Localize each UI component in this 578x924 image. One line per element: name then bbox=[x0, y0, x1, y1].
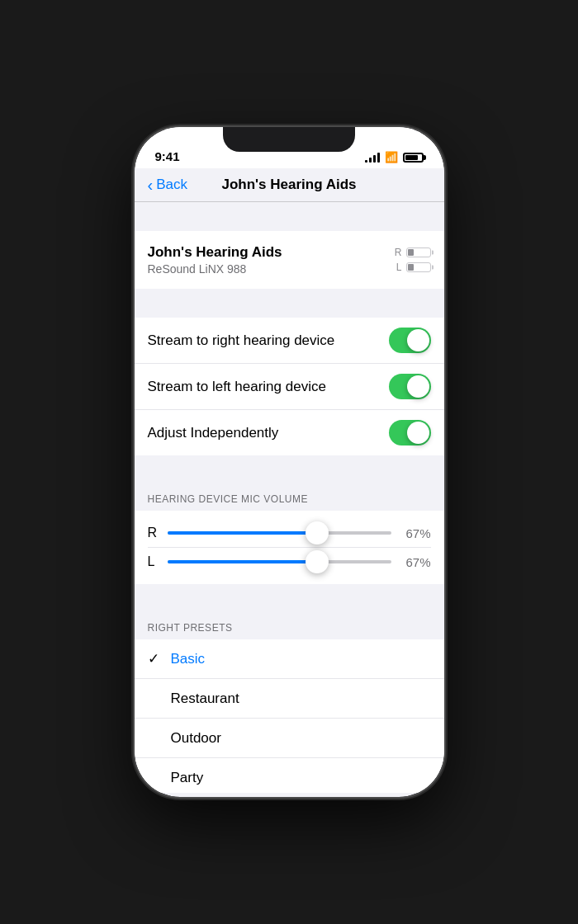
battery-row-r: R bbox=[395, 247, 431, 258]
slider-r-track[interactable] bbox=[168, 531, 391, 535]
slider-r-value: 67% bbox=[401, 526, 431, 540]
presets-section-title: RIGHT PRESETS bbox=[148, 622, 233, 634]
presets-list: ✓ Basic ✓ Restaurant ✓ Outdoor ✓ Party bbox=[135, 639, 444, 793]
signal-icon bbox=[365, 153, 380, 163]
toggle-row-1: Stream to left hearing device bbox=[135, 364, 444, 410]
toggle-switch-1[interactable] bbox=[389, 374, 431, 399]
notch bbox=[223, 127, 355, 152]
gap-top bbox=[135, 202, 444, 231]
toggle-switch-0[interactable] bbox=[389, 328, 431, 353]
device-name: John's Hearing Aids bbox=[148, 244, 282, 261]
slider-l-label: L bbox=[148, 554, 158, 569]
preset-name-2: Outdoor bbox=[171, 730, 221, 747]
preset-item-1[interactable]: ✓ Restaurant bbox=[135, 679, 444, 719]
gap-before-presets bbox=[135, 584, 444, 613]
toggle-row-2: Adjust Independently bbox=[135, 410, 444, 455]
back-chevron-icon: ‹ bbox=[148, 177, 154, 193]
toggle-label-2: Adjust Independently bbox=[148, 425, 279, 441]
preset-name-1: Restaurant bbox=[171, 691, 239, 707]
back-button[interactable]: ‹ Back bbox=[148, 177, 187, 193]
slider-r-fill bbox=[168, 531, 318, 535]
slider-l-thumb[interactable] bbox=[306, 550, 329, 573]
slider-row-l: L 67% bbox=[148, 547, 431, 576]
slider-l-track[interactable] bbox=[168, 560, 391, 563]
content-area: John's Hearing Aids ReSound LiNX 988 R L bbox=[135, 202, 444, 793]
battery-bar-l bbox=[406, 262, 431, 272]
device-info: John's Hearing Aids ReSound LiNX 988 bbox=[148, 244, 282, 276]
battery-r-label: R bbox=[395, 247, 402, 258]
toggle-label-1: Stream to left hearing device bbox=[148, 379, 326, 395]
toggle-knob-2 bbox=[407, 422, 429, 444]
nav-title: John's Hearing Aids bbox=[221, 177, 356, 193]
toggle-switch-2[interactable] bbox=[389, 420, 431, 446]
battery-indicators: R L bbox=[395, 247, 431, 273]
device-model: ReSound LiNX 988 bbox=[148, 262, 282, 276]
slider-row-r: R 67% bbox=[148, 519, 431, 547]
preset-name-3: Party bbox=[171, 770, 204, 786]
slider-l-value: 67% bbox=[401, 555, 431, 569]
preset-item-0[interactable]: ✓ Basic bbox=[135, 639, 444, 679]
battery-row-l: L bbox=[396, 262, 431, 273]
battery-icon bbox=[403, 153, 424, 163]
battery-bar-r bbox=[406, 248, 431, 257]
slider-r-label: R bbox=[148, 526, 158, 540]
device-header: John's Hearing Aids ReSound LiNX 988 R L bbox=[135, 231, 444, 289]
toggle-row-0: Stream to right hearing device bbox=[135, 318, 444, 364]
phone-frame: 9:41 📶 ‹ Ba bbox=[0, 0, 578, 924]
preset-item-2[interactable]: ✓ Outdoor bbox=[135, 719, 444, 758]
back-label: Back bbox=[156, 177, 187, 193]
sliders-section-header: HEARING DEVICE MIC VOLUME bbox=[135, 484, 444, 511]
sliders-section-title: HEARING DEVICE MIC VOLUME bbox=[148, 493, 309, 505]
sliders-section: R 67% L bbox=[135, 511, 444, 584]
presets-section-header: RIGHT PRESETS bbox=[135, 613, 444, 639]
toggle-knob-0 bbox=[407, 329, 429, 351]
gap-before-sliders bbox=[135, 455, 444, 484]
preset-check-icon-0: ✓ bbox=[148, 650, 164, 667]
status-icons: 📶 bbox=[365, 151, 424, 163]
preset-name-0: Basic bbox=[171, 651, 206, 667]
wifi-icon: 📶 bbox=[385, 151, 398, 163]
phone-body: 9:41 📶 ‹ Ba bbox=[135, 127, 444, 797]
battery-l-label: L bbox=[396, 262, 402, 273]
preset-item-3[interactable]: ✓ Party bbox=[135, 758, 444, 793]
nav-bar: ‹ Back John's Hearing Aids bbox=[135, 168, 444, 202]
slider-l-fill bbox=[168, 560, 318, 563]
toggle-label-0: Stream to right hearing device bbox=[148, 332, 335, 349]
phone-screen: 9:41 📶 ‹ Ba bbox=[135, 127, 444, 797]
toggles-section: Stream to right hearing device Stream to… bbox=[135, 318, 444, 455]
gap-after-device bbox=[135, 289, 444, 318]
toggle-knob-1 bbox=[407, 375, 429, 398]
status-time: 9:41 bbox=[155, 149, 180, 163]
slider-r-thumb[interactable] bbox=[306, 521, 329, 544]
